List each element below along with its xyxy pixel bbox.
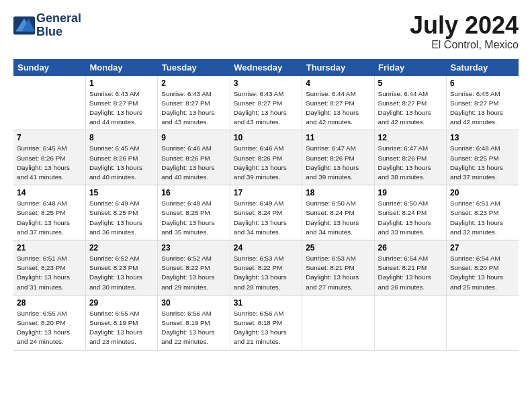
- calendar-cell: 7Sunrise: 6:45 AM Sunset: 8:26 PM Daylig…: [13, 130, 85, 185]
- header-tuesday: Tuesday: [158, 59, 230, 76]
- header-saturday: Saturday: [447, 59, 519, 76]
- day-info: Sunrise: 6:44 AM Sunset: 8:27 PM Dayligh…: [306, 89, 370, 128]
- calendar-cell: 15Sunrise: 6:49 AM Sunset: 8:25 PM Dayli…: [85, 185, 157, 240]
- day-number: 3: [234, 79, 298, 88]
- calendar-cell: 5Sunrise: 6:44 AM Sunset: 8:27 PM Daylig…: [374, 76, 446, 130]
- day-info: Sunrise: 6:45 AM Sunset: 8:27 PM Dayligh…: [450, 89, 515, 128]
- header-sunday: Sunday: [13, 59, 85, 76]
- day-info: Sunrise: 6:45 AM Sunset: 8:26 PM Dayligh…: [89, 144, 154, 182]
- calendar-cell: 21Sunrise: 6:51 AM Sunset: 8:23 PM Dayli…: [13, 240, 85, 295]
- calendar-cell: 9Sunrise: 6:46 AM Sunset: 8:26 PM Daylig…: [158, 130, 230, 185]
- calendar-cell: [374, 295, 446, 350]
- day-number: 29: [89, 298, 154, 308]
- calendar-cell: 10Sunrise: 6:46 AM Sunset: 8:26 PM Dayli…: [230, 130, 302, 185]
- day-number: 24: [234, 243, 298, 253]
- calendar-cell: 23Sunrise: 6:52 AM Sunset: 8:22 PM Dayli…: [158, 240, 230, 295]
- logo: General Blue: [13, 12, 81, 39]
- day-info: Sunrise: 6:56 AM Sunset: 8:19 PM Dayligh…: [161, 309, 226, 347]
- calendar-cell: 12Sunrise: 6:47 AM Sunset: 8:26 PM Dayli…: [374, 130, 446, 185]
- month-title: July 2024: [410, 12, 519, 39]
- day-number: 22: [89, 243, 154, 253]
- calendar-cell: 1Sunrise: 6:43 AM Sunset: 8:27 PM Daylig…: [85, 76, 157, 130]
- header-friday: Friday: [374, 59, 446, 76]
- day-info: Sunrise: 6:55 AM Sunset: 8:19 PM Dayligh…: [89, 309, 154, 347]
- day-number: 16: [161, 188, 226, 197]
- day-info: Sunrise: 6:47 AM Sunset: 8:26 PM Dayligh…: [306, 144, 370, 182]
- header-monday: Monday: [85, 59, 157, 76]
- day-info: Sunrise: 6:51 AM Sunset: 8:23 PM Dayligh…: [450, 199, 515, 237]
- calendar-cell: 11Sunrise: 6:47 AM Sunset: 8:26 PM Dayli…: [302, 130, 374, 185]
- location: El Control, Mexico: [410, 39, 519, 51]
- calendar-cell: 16Sunrise: 6:49 AM Sunset: 8:25 PM Dayli…: [158, 185, 230, 240]
- day-info: Sunrise: 6:44 AM Sunset: 8:27 PM Dayligh…: [378, 89, 443, 128]
- page: General Blue July 2024 El Control, Mexic…: [0, 0, 532, 357]
- day-info: Sunrise: 6:54 AM Sunset: 8:20 PM Dayligh…: [450, 254, 515, 292]
- logo-icon: [13, 16, 35, 35]
- calendar-week-3: 14Sunrise: 6:48 AM Sunset: 8:25 PM Dayli…: [13, 185, 519, 240]
- calendar-cell: 8Sunrise: 6:45 AM Sunset: 8:26 PM Daylig…: [85, 130, 157, 185]
- day-info: Sunrise: 6:54 AM Sunset: 8:21 PM Dayligh…: [378, 254, 443, 292]
- calendar-cell: 14Sunrise: 6:48 AM Sunset: 8:25 PM Dayli…: [13, 185, 85, 240]
- calendar-cell: [447, 295, 519, 350]
- day-info: Sunrise: 6:47 AM Sunset: 8:26 PM Dayligh…: [378, 144, 443, 182]
- calendar-cell: [13, 76, 85, 130]
- day-info: Sunrise: 6:45 AM Sunset: 8:26 PM Dayligh…: [17, 144, 82, 182]
- day-info: Sunrise: 6:51 AM Sunset: 8:23 PM Dayligh…: [17, 254, 82, 292]
- calendar-week-1: 1Sunrise: 6:43 AM Sunset: 8:27 PM Daylig…: [13, 76, 519, 130]
- calendar-cell: 6Sunrise: 6:45 AM Sunset: 8:27 PM Daylig…: [447, 76, 519, 130]
- calendar-cell: 25Sunrise: 6:53 AM Sunset: 8:21 PM Dayli…: [302, 240, 374, 295]
- logo-text: General Blue: [36, 12, 81, 39]
- day-number: 26: [378, 243, 443, 253]
- day-number: 11: [306, 133, 370, 142]
- calendar-cell: 2Sunrise: 6:43 AM Sunset: 8:27 PM Daylig…: [158, 76, 230, 130]
- calendar-cell: [302, 295, 374, 350]
- day-info: Sunrise: 6:52 AM Sunset: 8:22 PM Dayligh…: [161, 254, 226, 292]
- day-number: 7: [17, 133, 82, 142]
- calendar-cell: 24Sunrise: 6:53 AM Sunset: 8:22 PM Dayli…: [230, 240, 302, 295]
- day-info: Sunrise: 6:50 AM Sunset: 8:24 PM Dayligh…: [306, 199, 370, 237]
- day-number: 17: [234, 188, 298, 197]
- day-info: Sunrise: 6:48 AM Sunset: 8:25 PM Dayligh…: [450, 144, 515, 182]
- day-number: 8: [89, 133, 154, 142]
- day-number: 13: [450, 133, 515, 142]
- day-info: Sunrise: 6:53 AM Sunset: 8:21 PM Dayligh…: [306, 254, 370, 292]
- day-number: 28: [17, 298, 82, 308]
- day-number: 1: [89, 79, 154, 88]
- day-number: 30: [161, 298, 226, 308]
- day-info: Sunrise: 6:43 AM Sunset: 8:27 PM Dayligh…: [89, 89, 154, 128]
- day-number: 20: [450, 188, 515, 197]
- day-number: 9: [161, 133, 226, 142]
- calendar-week-2: 7Sunrise: 6:45 AM Sunset: 8:26 PM Daylig…: [13, 130, 519, 185]
- day-number: 23: [161, 243, 226, 253]
- day-number: 27: [450, 243, 515, 253]
- calendar-cell: 31Sunrise: 6:56 AM Sunset: 8:18 PM Dayli…: [230, 295, 302, 350]
- day-number: 19: [378, 188, 443, 197]
- day-info: Sunrise: 6:43 AM Sunset: 8:27 PM Dayligh…: [234, 89, 298, 128]
- calendar-header-row: SundayMondayTuesdayWednesdayThursdayFrid…: [13, 59, 519, 76]
- day-info: Sunrise: 6:56 AM Sunset: 8:18 PM Dayligh…: [234, 309, 298, 347]
- day-number: 18: [306, 188, 370, 197]
- day-number: 25: [306, 243, 370, 253]
- day-number: 21: [17, 243, 82, 253]
- calendar-cell: 19Sunrise: 6:50 AM Sunset: 8:24 PM Dayli…: [374, 185, 446, 240]
- day-info: Sunrise: 6:53 AM Sunset: 8:22 PM Dayligh…: [234, 254, 298, 292]
- calendar-table: SundayMondayTuesdayWednesdayThursdayFrid…: [13, 59, 519, 351]
- day-number: 14: [17, 188, 82, 197]
- calendar-cell: 3Sunrise: 6:43 AM Sunset: 8:27 PM Daylig…: [230, 76, 302, 130]
- calendar-cell: 29Sunrise: 6:55 AM Sunset: 8:19 PM Dayli…: [85, 295, 157, 350]
- calendar-cell: 26Sunrise: 6:54 AM Sunset: 8:21 PM Dayli…: [374, 240, 446, 295]
- day-info: Sunrise: 6:49 AM Sunset: 8:25 PM Dayligh…: [161, 199, 226, 237]
- day-number: 10: [234, 133, 298, 142]
- day-number: 31: [234, 298, 298, 308]
- calendar-cell: 17Sunrise: 6:49 AM Sunset: 8:24 PM Dayli…: [230, 185, 302, 240]
- header-thursday: Thursday: [302, 59, 374, 76]
- title-block: July 2024 El Control, Mexico: [410, 12, 519, 51]
- day-info: Sunrise: 6:55 AM Sunset: 8:20 PM Dayligh…: [17, 309, 82, 347]
- calendar-cell: 20Sunrise: 6:51 AM Sunset: 8:23 PM Dayli…: [447, 185, 519, 240]
- calendar-week-5: 28Sunrise: 6:55 AM Sunset: 8:20 PM Dayli…: [13, 295, 519, 350]
- calendar-cell: 4Sunrise: 6:44 AM Sunset: 8:27 PM Daylig…: [302, 76, 374, 130]
- day-info: Sunrise: 6:43 AM Sunset: 8:27 PM Dayligh…: [161, 89, 226, 128]
- day-info: Sunrise: 6:48 AM Sunset: 8:25 PM Dayligh…: [17, 199, 82, 237]
- day-number: 6: [450, 79, 515, 88]
- day-info: Sunrise: 6:49 AM Sunset: 8:24 PM Dayligh…: [234, 199, 298, 237]
